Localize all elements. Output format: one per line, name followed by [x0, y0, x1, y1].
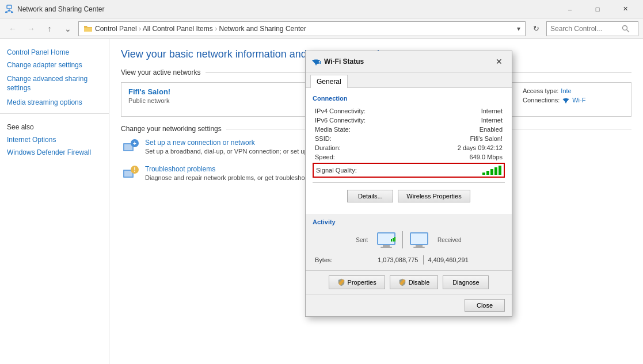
- ssid-row: SSID: Fifi's Salon!: [313, 134, 505, 143]
- svg-rect-26: [391, 239, 392, 242]
- close-btn-area: Close: [306, 294, 512, 316]
- see-also-label: See also: [0, 118, 109, 133]
- svg-rect-20: [318, 62, 319, 64]
- svg-point-18: [315, 64, 317, 66]
- address-bar: ← → ↑ ⌄ Control Panel › All Control Pane…: [0, 18, 643, 39]
- address-chevron-icon: ▾: [517, 25, 520, 33]
- svg-rect-2: [5, 12, 7, 13]
- sent-label: Sent: [356, 237, 368, 243]
- main-layout: Control Panel Home Change adapter settin…: [0, 39, 643, 364]
- maximize-button[interactable]: □: [584, 0, 611, 18]
- breadcrumb: Control Panel › All Control Panel Items …: [95, 25, 515, 33]
- refresh-button[interactable]: ↻: [528, 21, 544, 37]
- svg-rect-32: [413, 247, 425, 248]
- bytes-received: 4,409,460,291: [428, 256, 503, 263]
- bytes-label: Bytes:: [315, 256, 344, 263]
- svg-rect-30: [411, 233, 427, 244]
- diagnose-button[interactable]: Diagnose: [443, 275, 489, 289]
- dialog-close-button[interactable]: ✕: [492, 55, 506, 68]
- window-title: Network and Sharing Center: [17, 5, 104, 13]
- ipv6-row: IPv6 Connectivity: Internet: [313, 116, 505, 125]
- network-status: Access type: Inte Connections:: [516, 83, 631, 116]
- signal-quality-row: Signal Quality:: [313, 163, 505, 178]
- ipv4-row: IPv4 Connectivity: Internet: [313, 106, 505, 116]
- up-button[interactable]: ↑: [41, 21, 58, 37]
- properties-button[interactable]: Properties: [329, 275, 385, 289]
- sidebar-item-change-adapter[interactable]: Change adapter settings: [0, 59, 109, 71]
- sidebar-item-control-panel-home[interactable]: Control Panel Home: [0, 46, 109, 59]
- network-title-icon: [5, 5, 14, 14]
- dialog-tabs: General: [306, 72, 512, 88]
- sidebar-item-internet-options[interactable]: Internet Options: [0, 133, 109, 146]
- media-state-row: Media State: Enabled: [313, 125, 505, 134]
- setup-icon: +: [121, 139, 139, 157]
- activity-section: Activity Sent: [306, 214, 512, 270]
- access-type-value: Inte: [561, 87, 571, 94]
- svg-rect-25: [381, 247, 392, 248]
- tab-general[interactable]: General: [310, 75, 348, 88]
- activity-divider: [402, 231, 403, 248]
- details-btn-row: Details... Wireless Properties: [313, 187, 505, 207]
- bottom-btn-row: Properties: [306, 270, 512, 294]
- sidebar-item-media-streaming[interactable]: Media streaming options: [0, 96, 109, 109]
- signal-bar-4: [494, 167, 497, 175]
- details-button[interactable]: Details...: [347, 190, 393, 202]
- computer-icon: [375, 230, 398, 250]
- connections-row: Connections: Wi-F: [523, 97, 624, 104]
- bytes-divider: [423, 255, 424, 265]
- svg-rect-27: [393, 238, 394, 242]
- search-input[interactable]: [550, 25, 619, 33]
- received-computer-icon: [408, 230, 431, 250]
- properties-label: Properties: [348, 279, 376, 286]
- sidebar-item-change-advanced[interactable]: Change advanced sharing settings: [0, 71, 109, 96]
- connections-value: Wi-F: [572, 97, 585, 104]
- minimize-button[interactable]: –: [557, 0, 583, 18]
- wifi-status-dialog: Wi-Fi Status ✕ General Connection IPv4 C…: [305, 51, 512, 317]
- disable-button[interactable]: Disable: [390, 275, 439, 289]
- dialog-divider-1: [313, 182, 505, 183]
- sidebar-divider: [0, 113, 109, 114]
- shield-properties-icon: [337, 278, 345, 286]
- access-type-row: Access type: Inte: [523, 87, 624, 94]
- svg-rect-21: [320, 61, 321, 64]
- duration-row: Duration: 2 days 09:42:12: [313, 143, 505, 152]
- close-button[interactable]: Close: [465, 299, 505, 312]
- search-icon: [622, 25, 630, 33]
- wireless-properties-button[interactable]: Wireless Properties: [398, 190, 470, 202]
- svg-rect-15: [124, 171, 132, 177]
- received-label: Received: [437, 237, 462, 243]
- wifi-connection-icon: [562, 97, 570, 104]
- svg-rect-11: [124, 144, 132, 150]
- forward-button[interactable]: →: [23, 21, 39, 37]
- window-controls: – □ ✕: [557, 0, 638, 18]
- svg-text:+: +: [133, 140, 136, 147]
- dialog-content: Connection IPv4 Connectivity: Internet I…: [306, 88, 512, 214]
- troubleshoot-icon: !: [121, 165, 139, 183]
- dialog-title: Wi-Fi Status: [324, 58, 364, 66]
- disable-label: Disable: [409, 279, 430, 286]
- activity-icons: Sent: [313, 230, 505, 250]
- folder-icon: [83, 25, 93, 33]
- back-button[interactable]: ←: [5, 21, 21, 37]
- address-box[interactable]: Control Panel › All Control Panel Items …: [78, 21, 526, 36]
- svg-point-9: [565, 102, 566, 104]
- signal-quality-label: Signal Quality:: [316, 167, 357, 174]
- signal-bar-2: [486, 171, 489, 175]
- connection-section-title: Connection: [313, 95, 505, 102]
- signal-bar-5: [499, 166, 501, 175]
- signal-bar-3: [490, 169, 493, 175]
- recent-button[interactable]: ⌄: [60, 21, 76, 37]
- wifi-signal-icon: [311, 58, 321, 66]
- svg-text:!: !: [134, 167, 135, 173]
- signal-bar-1: [482, 173, 485, 175]
- svg-rect-19: [317, 63, 318, 64]
- sidebar-item-windows-firewall[interactable]: Windows Defender Firewall: [0, 146, 109, 159]
- close-button[interactable]: ✕: [612, 0, 638, 18]
- search-box[interactable]: [546, 21, 638, 36]
- svg-rect-28: [394, 237, 395, 242]
- dialog-title-bar: Wi-Fi Status ✕: [306, 51, 512, 72]
- svg-rect-23: [378, 233, 394, 244]
- svg-rect-3: [11, 12, 13, 13]
- signal-bars: [482, 166, 501, 175]
- shield-disable-icon: [398, 278, 406, 286]
